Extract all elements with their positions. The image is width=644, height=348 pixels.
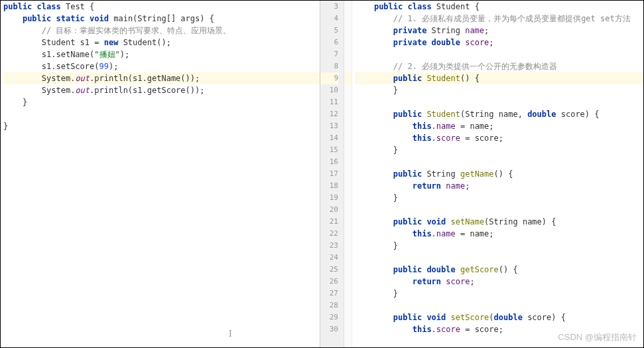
code-line[interactable]: } — [355, 144, 643, 156]
code-line[interactable]: } — [355, 288, 643, 300]
code-line[interactable]: public String getName() { — [355, 168, 643, 180]
code-line[interactable]: System.out.println(s1.getName()); — [3, 72, 320, 84]
code-line[interactable]: public void setName(String name) { — [355, 216, 643, 228]
code-line[interactable]: private double score; — [355, 37, 643, 48]
code-line[interactable]: } — [3, 120, 320, 132]
code-line[interactable]: public class Student { — [355, 1, 643, 13]
code-line[interactable]: // 2. 必须为类提供一个公开的无参数构造器 — [355, 60, 643, 72]
right-line-gutter: 3456789101112131415161718192021222324252… — [320, 1, 344, 347]
code-line[interactable]: this.name = name; — [355, 228, 643, 240]
code-line[interactable]: public void setScore(double score) { — [355, 311, 643, 323]
code-line[interactable]: // 目标：掌握实体类的书写要求、特点、应用场景。 — [3, 25, 320, 37]
code-line[interactable]: public class Test { — [3, 1, 320, 13]
editor-split-view: public class Test { public static void m… — [1, 1, 643, 347]
code-line[interactable]: return name; — [355, 180, 643, 192]
code-line[interactable]: public Student() { — [355, 72, 643, 84]
code-line[interactable]: this.name = name; — [355, 120, 643, 132]
left-code-area[interactable]: public class Test { public static void m… — [1, 1, 320, 132]
code-line[interactable]: public double getScore() { — [355, 264, 643, 276]
code-line[interactable]: s1.setScore(99); — [3, 60, 320, 72]
code-line[interactable]: Student s1 = new Student(); — [3, 37, 320, 48]
code-line[interactable] — [3, 108, 320, 120]
code-line[interactable]: return score; — [355, 276, 643, 288]
code-line[interactable]: } — [3, 96, 320, 108]
right-gutter-markers — [344, 1, 352, 347]
code-line[interactable]: // 1. 必须私有成员变量，并为每个成员变量都提供get set方法 — [355, 13, 643, 25]
text-cursor-icon: I — [229, 329, 232, 339]
code-line[interactable] — [355, 204, 643, 216]
code-line[interactable] — [355, 96, 643, 108]
code-line[interactable]: public Student(String name, double score… — [355, 108, 643, 120]
code-line[interactable]: } — [355, 192, 643, 204]
code-line[interactable]: this.score = score; — [355, 132, 643, 144]
code-line[interactable] — [355, 300, 643, 311]
code-line[interactable]: } — [355, 240, 643, 252]
code-line[interactable] — [355, 252, 643, 264]
code-line[interactable] — [355, 156, 643, 168]
code-line[interactable]: private String name; — [355, 25, 643, 37]
right-editor-pane[interactable]: 3456789101112131415161718192021222324252… — [320, 1, 643, 347]
code-line[interactable]: public static void main(String[] args) { — [3, 13, 320, 25]
code-line[interactable]: this.score = score; — [355, 323, 643, 335]
code-line[interactable] — [355, 48, 643, 60]
code-line[interactable]: } — [355, 84, 643, 96]
code-line[interactable]: s1.setName("播妞"); — [3, 48, 320, 60]
right-code-area[interactable]: public class Student { // 1. 必须私有成员变量，并为… — [352, 1, 643, 347]
left-editor-pane[interactable]: public class Test { public static void m… — [1, 1, 320, 347]
code-line[interactable]: System.out.println(s1.getScore()); — [3, 84, 320, 96]
